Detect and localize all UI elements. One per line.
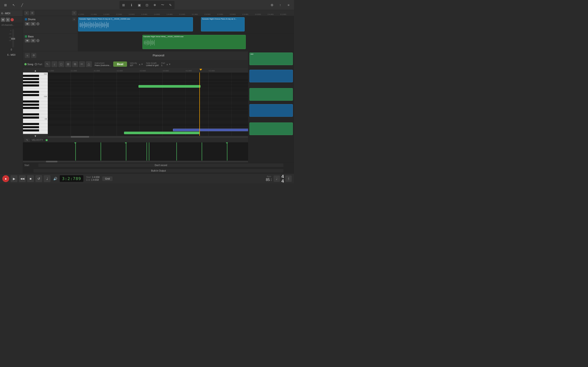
- part-arrows[interactable]: ▲▼: [166, 63, 171, 66]
- warp2-icon[interactable]: 〜: [159, 1, 166, 9]
- key-eb10-black[interactable]: [23, 91, 39, 93]
- key-bb10-black[interactable]: [23, 78, 39, 80]
- vel-bar-7: [227, 143, 227, 161]
- key-e8[interactable]: [23, 133, 48, 134]
- beat-btn[interactable]: Beat: [113, 61, 127, 67]
- pr-note-tool[interactable]: ♩: [52, 61, 57, 67]
- bass-solo-btn[interactable]: S: [31, 39, 36, 42]
- midi-icon[interactable]: 𝄞: [285, 175, 292, 182]
- right-clip-4[interactable]: [250, 104, 293, 117]
- key-gb8-black[interactable]: [23, 129, 39, 131]
- pr-cursor-tool[interactable]: ↖: [44, 61, 51, 67]
- pr-list-icon[interactable]: ≡: [25, 53, 30, 58]
- svg-rect-33: [145, 40, 145, 45]
- key-db10-black[interactable]: [23, 94, 39, 96]
- key-gb9-black[interactable]: [23, 107, 39, 109]
- drums-close-btn[interactable]: ×: [72, 17, 76, 21]
- svg-rect-32: [144, 41, 145, 44]
- right-clip-2[interactable]: [250, 70, 293, 82]
- settings3-icon[interactable]: ⚙: [30, 11, 35, 15]
- builtin-output-btn[interactable]: Built-In Output: [34, 169, 284, 173]
- metronome-btn[interactable]: ♩: [44, 175, 51, 182]
- snap-icon[interactable]: ⊞: [2, 1, 9, 9]
- key-gb10-black[interactable]: [23, 84, 39, 86]
- pr-playhead: [199, 73, 200, 136]
- record-btn[interactable]: ●: [2, 175, 9, 182]
- vel-dot-1[interactable]: [74, 142, 76, 143]
- rewind-btn[interactable]: ◀◀: [19, 175, 26, 182]
- note-block-3[interactable]: [124, 132, 200, 134]
- time-display: 3:2:789: [60, 175, 83, 182]
- pr-cut-tool[interactable]: ✂: [79, 61, 85, 67]
- list-icon[interactable]: ≡: [24, 11, 29, 15]
- pr-scroll-up[interactable]: ▲: [23, 69, 48, 73]
- key-ab9-black[interactable]: [23, 104, 39, 106]
- part-toggle[interactable]: Part: [35, 63, 42, 66]
- key-db9-black[interactable]: [23, 117, 39, 119]
- select-tool-icon[interactable]: ↖: [10, 1, 17, 9]
- bass-rec-btn[interactable]: [36, 39, 40, 42]
- right-clip-5[interactable]: [250, 123, 293, 135]
- draw-tool-icon[interactable]: ╱: [18, 1, 26, 9]
- tmark-11: 2:2:481: [217, 13, 223, 15]
- grid-btn[interactable]: Grid: [102, 176, 112, 181]
- right-clip-3[interactable]: [250, 88, 293, 101]
- bpm-down-arrow[interactable]: ▼: [270, 180, 272, 182]
- channel-select[interactable]: All channels...: [0, 23, 23, 27]
- volume-fader-track[interactable]: [12, 29, 14, 48]
- bass-content[interactable]: Karaoke Night Verse HiHat__44100_192000.…: [78, 34, 294, 51]
- note-block-2[interactable]: [173, 129, 249, 131]
- drums-solo-btn[interactable]: S: [31, 22, 36, 26]
- channel-label: 6 - MIDI: [1, 12, 10, 15]
- bass-clip-1[interactable]: Karaoke Night Verse HiHat__44100_192000.…: [142, 35, 246, 49]
- bass-mute-btn[interactable]: M: [25, 39, 30, 42]
- velocity-arrows[interactable]: ▲▼: [138, 63, 143, 66]
- pr-erase-tool[interactable]: ◻: [58, 61, 64, 67]
- stop-btn[interactable]: ■: [27, 175, 34, 182]
- drums-clip-2[interactable]: Karaoke Night Chorus Piano A maj var 3..…: [201, 17, 245, 31]
- vel-dot-7[interactable]: [226, 142, 228, 143]
- drums-clip-1[interactable]: Karaoke Night Chorus Piano A maj var 3__…: [78, 17, 193, 31]
- pr-hscroll-thumb[interactable]: [71, 136, 89, 138]
- bpm-arrows[interactable]: ▲ ▼: [270, 178, 272, 182]
- freeze2-icon[interactable]: ❄: [151, 1, 158, 9]
- pr-paste-tool[interactable]: ⧋: [86, 61, 92, 67]
- vel-dot-3[interactable]: [125, 142, 127, 143]
- volume-fader-thumb[interactable]: [11, 38, 15, 40]
- arrange2-icon[interactable]: ▣: [136, 1, 143, 9]
- grid2-icon[interactable]: ⊞: [120, 1, 127, 9]
- pr-scroll-down[interactable]: ▼: [23, 134, 48, 138]
- pen2-icon[interactable]: ✎: [167, 1, 174, 9]
- loop-btn[interactable]: ↺: [35, 175, 42, 182]
- pr-settings-icon[interactable]: ⚙: [31, 53, 36, 58]
- key-ab8-black[interactable]: [23, 126, 39, 128]
- svg-rect-17: [95, 22, 96, 28]
- pr-copy-tool[interactable]: ⧉: [72, 61, 78, 67]
- key-ab10-black[interactable]: [23, 81, 39, 83]
- pr-select-tool[interactable]: ⊠: [65, 61, 71, 67]
- play-btn[interactable]: ▶: [10, 175, 17, 182]
- key-b10-black[interactable]: [23, 75, 39, 77]
- dont-record-btn[interactable]: Don't record: [38, 164, 284, 167]
- add-track-btn[interactable]: +: [72, 11, 77, 15]
- key-eb9-black[interactable]: [23, 113, 39, 115]
- drums-content[interactable]: Karaoke Night Chorus Piano A maj var 3__…: [78, 16, 294, 33]
- master-rec-btn[interactable]: [10, 18, 14, 21]
- velocity-edit-icon[interactable]: ✎: [24, 138, 30, 142]
- vel-hscroll-thumb[interactable]: [46, 161, 57, 162]
- key-bb8-black[interactable]: [23, 123, 39, 125]
- key-bb9-black[interactable]: [23, 100, 39, 102]
- info2-icon[interactable]: ℹ: [128, 1, 135, 9]
- metro2-btn[interactable]: ♩: [274, 175, 280, 182]
- song-toggle[interactable]: Song: [24, 63, 33, 66]
- master-solo-btn[interactable]: S: [6, 18, 10, 22]
- settings2-icon[interactable]: ⚙: [268, 1, 276, 9]
- prefs-icon[interactable]: ≡: [285, 1, 292, 9]
- note-block-1[interactable]: [138, 85, 200, 88]
- drums-rec-btn[interactable]: [36, 22, 40, 25]
- clip2-icon[interactable]: ⊡: [143, 1, 151, 9]
- right-clip-1[interactable]: .wav: [250, 52, 293, 65]
- master-mute-btn[interactable]: M: [1, 18, 5, 22]
- share-icon[interactable]: ↑: [277, 1, 284, 9]
- drums-mute-btn[interactable]: M: [25, 22, 30, 26]
